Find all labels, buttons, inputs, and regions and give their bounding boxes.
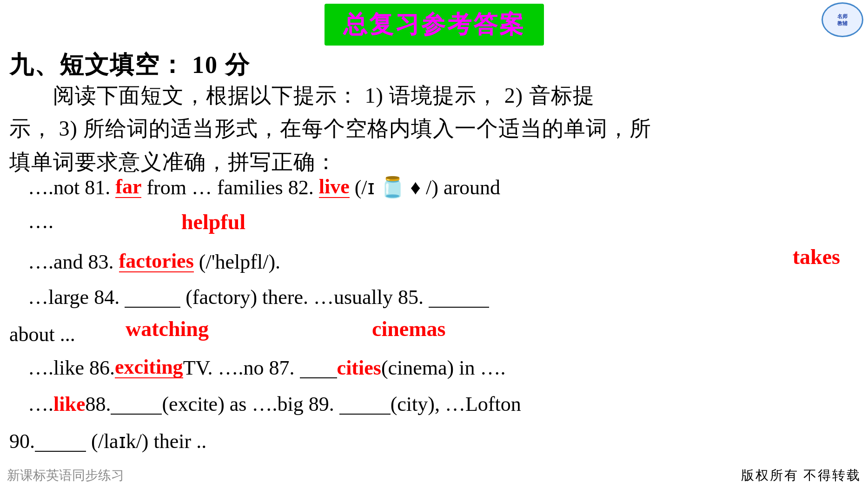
line6-end: (cinema) in …. bbox=[381, 356, 506, 379]
exercise-line-8: 90. (/laɪk/) their .. bbox=[9, 431, 206, 452]
line1-phonetic: (/ɪ 🫙 ♦ /) around bbox=[350, 176, 500, 199]
instruction-line1: 阅读下面短文，根据以下提示： 1) 语境提示， 2) 音标提 bbox=[9, 79, 859, 112]
exercise-line-3: ….and 83. factories (/'helpfl/). bbox=[28, 251, 280, 272]
instruction-block: 阅读下面短文，根据以下提示： 1) 语境提示， 2) 音标提 示， 3) 所给词… bbox=[9, 79, 859, 178]
line6-prefix: ….like 86. bbox=[28, 356, 115, 379]
answer-cities: cities bbox=[337, 356, 381, 379]
answer-86: exciting bbox=[115, 357, 183, 378]
answer-helpful: helpful bbox=[181, 211, 245, 233]
answer-watching: watching bbox=[126, 318, 209, 340]
answer-83: factories bbox=[119, 251, 194, 272]
line1-prefix: ….not 81. bbox=[28, 176, 115, 199]
exercise-line-6: ….like 86.excitingTV. ….no 87. cities(ci… bbox=[28, 357, 505, 378]
line2-dots: …. bbox=[28, 210, 53, 233]
exercise-line-2: …. bbox=[28, 211, 53, 232]
exercise-line-4: …large 84. (factory) there. …usually 85. bbox=[28, 287, 489, 308]
line7-num: 88. bbox=[85, 393, 111, 415]
line8-num: 90. bbox=[9, 430, 35, 453]
logo-badge: 名师教辅 bbox=[822, 2, 863, 37]
blank-89 bbox=[339, 414, 391, 415]
exercise-line-7: ….like88.(excite) as ….big 89. (city), …… bbox=[28, 394, 521, 415]
line6-tv: TV. ….no 87. bbox=[183, 356, 300, 379]
answer-takes: takes bbox=[793, 246, 840, 268]
blank-87a bbox=[300, 377, 337, 378]
logo-text: 名师教辅 bbox=[837, 13, 848, 26]
line7-mid: (excite) as ….big 89. bbox=[162, 393, 339, 415]
line4-mid: (factory) there. …usually 85. bbox=[180, 286, 429, 309]
line7-dots: …. bbox=[28, 393, 53, 415]
answer-cinemas: cinemas bbox=[372, 318, 445, 340]
line3-phonetic: (/'helpfl/). bbox=[194, 251, 280, 273]
answer-like2: like bbox=[53, 393, 85, 415]
blank-85 bbox=[429, 307, 489, 308]
section-heading: 九、短文填空： 10 分 bbox=[9, 49, 250, 81]
line3-prefix: ….and 83. bbox=[28, 251, 119, 273]
blank-88 bbox=[111, 414, 162, 415]
answer-81: far bbox=[115, 177, 141, 198]
line1-mid: from … families 82. bbox=[141, 176, 318, 199]
title-banner: 总复习参考答案 bbox=[325, 4, 544, 46]
instruction-line2: 示， 3) 所给词的适当形式，在每个空格内填入一个适当的单词，所 bbox=[9, 112, 859, 145]
exercise-line-1: ….not 81. far from … families 82. live (… bbox=[28, 177, 500, 198]
bottom-right-text: 版权所有 不得转载 bbox=[741, 467, 861, 484]
instruction-line3: 填单词要求意义准确，拼写正确： bbox=[9, 145, 859, 178]
title-text: 总复习参考答案 bbox=[343, 11, 525, 38]
line8-mid: (/laɪk/) their .. bbox=[86, 430, 206, 453]
bottom-left-text: 新课标英语同步练习 bbox=[7, 467, 124, 484]
answer-82: live bbox=[319, 177, 350, 198]
blank-84 bbox=[125, 307, 180, 308]
line5-about: about ... bbox=[9, 323, 75, 346]
line7-end: (city), …Lofton bbox=[391, 393, 521, 415]
blank-90 bbox=[35, 451, 86, 452]
line4-prefix: …large 84. bbox=[28, 286, 125, 309]
exercise-line-5: about ... bbox=[9, 324, 75, 345]
